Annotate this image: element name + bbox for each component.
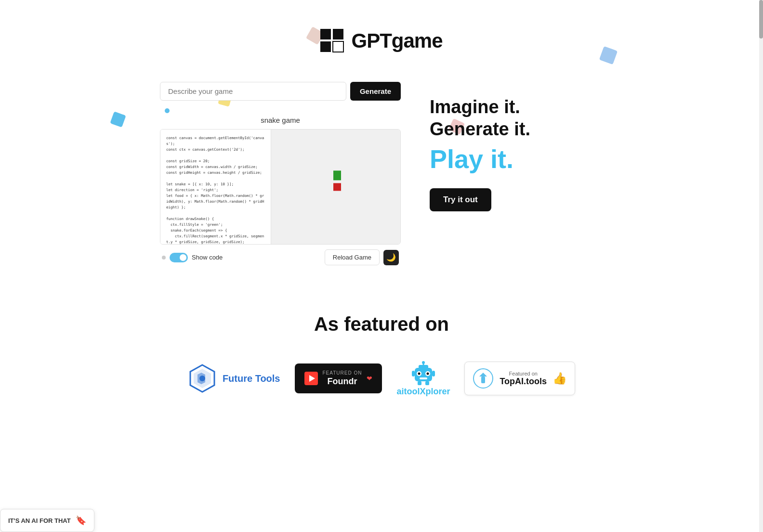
active-indicator	[165, 108, 170, 113]
svg-rect-0	[320, 29, 331, 39]
foundr-play-icon	[304, 372, 318, 385]
logo-item-aitool: aitoolXplorer	[396, 359, 450, 398]
svg-rect-18	[412, 371, 415, 376]
dark-mode-button[interactable]: 🌙	[383, 250, 399, 265]
aitool-robot-icon	[409, 360, 438, 387]
topai-thumb-icon: 👍	[553, 372, 567, 385]
aitool-logo: aitoolXplorer	[396, 360, 450, 397]
snake-food	[333, 183, 341, 191]
moon-icon: 🌙	[386, 253, 396, 262]
code-panel: const canvas = document.getElementById('…	[160, 130, 271, 244]
tagline-line1: Imagine it.	[430, 97, 520, 117]
svg-rect-19	[432, 371, 435, 376]
featured-title: As featured on	[0, 313, 763, 335]
foundr-heart-icon: ❤	[367, 375, 372, 382]
tagline-play: Play it.	[430, 145, 603, 173]
future-tools-hex-icon	[188, 364, 217, 393]
logo-text: GPTgame	[351, 29, 442, 52]
topai-name: TopAI.tools	[500, 376, 547, 387]
topai-icon	[473, 368, 494, 389]
featured-section: As featured on Future Tools	[0, 294, 763, 412]
logo-item-future-tools: Future Tools	[188, 359, 280, 398]
game-title: snake game	[261, 116, 300, 124]
foundr-text: Foundr	[323, 376, 362, 387]
logo: GPTgame	[320, 29, 442, 53]
foundr-featured-label: FEATURED ON	[323, 370, 362, 376]
svg-rect-3	[333, 41, 343, 52]
generate-button[interactable]: Generate	[350, 82, 401, 101]
game-canvas-panel	[271, 130, 400, 244]
future-tools-text: Future Tools	[223, 373, 280, 384]
topai-text-block: Featured on TopAI.tools	[500, 371, 547, 387]
game-workspace: const canvas = document.getElementById('…	[160, 129, 401, 245]
svg-point-6	[199, 376, 205, 381]
svg-point-15	[418, 373, 420, 375]
game-panel: Generate snake game const canvas = docum…	[160, 82, 401, 265]
svg-rect-17	[420, 377, 427, 379]
svg-point-12	[422, 361, 425, 364]
show-code-toggle[interactable]	[170, 253, 188, 262]
featured-logos: Future Tools FEATURED ON Foundr ❤	[0, 359, 763, 398]
show-code-label: Show code	[192, 254, 223, 261]
logo-item-topai: Featured on TopAI.tools 👍	[464, 359, 575, 398]
right-controls: Reload Game 🌙	[325, 249, 399, 265]
reload-game-button[interactable]: Reload Game	[325, 249, 380, 265]
game-description-input[interactable]	[160, 82, 346, 101]
tagline-main: Imagine it. Generate it.	[430, 96, 603, 140]
input-row: Generate	[160, 82, 401, 101]
game-controls: Show code Reload Game 🌙	[160, 249, 401, 265]
snake-head	[333, 170, 341, 180]
code-content: const canvas = document.getElementById('…	[166, 135, 265, 244]
svg-rect-21	[425, 381, 429, 385]
demo-section: Generate snake game const canvas = docum…	[0, 72, 763, 294]
svg-rect-20	[418, 381, 421, 385]
topai-logo: Featured on TopAI.tools 👍	[464, 362, 575, 395]
topai-featured-label: Featured on	[500, 371, 547, 376]
tagline-line2: Generate it.	[430, 119, 530, 139]
logo-item-foundr: FEATURED ON Foundr ❤	[295, 359, 382, 398]
svg-rect-1	[333, 29, 343, 39]
svg-rect-23	[481, 376, 485, 383]
svg-rect-10	[419, 365, 428, 370]
foundr-logo: FEATURED ON Foundr ❤	[295, 363, 382, 393]
toggle-dot	[162, 256, 166, 260]
logo-icon	[320, 29, 344, 53]
aitool-text: aitoolXplorer	[396, 387, 450, 397]
try-it-out-button[interactable]: Try it out	[430, 188, 491, 211]
left-controls: Show code	[162, 253, 223, 262]
future-tools-logo: Future Tools	[188, 364, 280, 393]
svg-rect-2	[320, 41, 331, 52]
svg-point-16	[426, 373, 429, 375]
header: GPTgame	[0, 0, 763, 72]
tagline-panel: Imagine it. Generate it. Play it. Try it…	[430, 82, 603, 211]
snake-visual	[330, 170, 341, 191]
